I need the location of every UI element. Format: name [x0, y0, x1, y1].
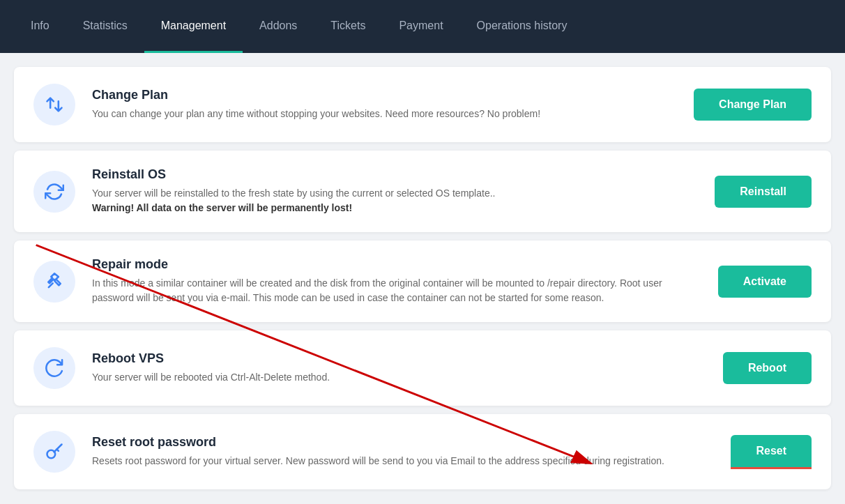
nav-bar: InfoStatisticsManagementAddonsTicketsPay…	[0, 0, 845, 53]
nav-tab-operations-history[interactable]: Operations history	[460, 0, 584, 53]
reboot-vps-action: Reboot	[723, 352, 812, 384]
repair-mode-description: In this mode a similar container will be…	[92, 276, 701, 305]
repair-mode-action: Activate	[718, 266, 812, 298]
reinstall-os-button[interactable]: Reinstall	[715, 176, 812, 208]
repair-mode-icon	[33, 261, 75, 303]
nav-tab-addons[interactable]: Addons	[243, 0, 314, 53]
reinstall-os-icon	[33, 171, 75, 213]
repair-mode-button[interactable]: Activate	[718, 266, 812, 298]
change-plan-button[interactable]: Change Plan	[694, 89, 812, 121]
card-repair-mode: Repair modeIn this mode a similar contai…	[14, 240, 831, 322]
change-plan-action: Change Plan	[694, 89, 812, 121]
card-reboot-vps: Reboot VPSYour server will be rebooted v…	[14, 330, 831, 406]
repair-mode-body: Repair modeIn this mode a similar contai…	[92, 257, 701, 305]
reset-root-password-button[interactable]: Reset	[731, 435, 812, 469]
nav-tab-info[interactable]: Info	[14, 0, 66, 53]
reinstall-os-title: Reinstall OS	[92, 167, 698, 182]
reinstall-os-description: Your server will be reinstalled to the f…	[92, 186, 698, 215]
change-plan-description: You can change your plan any time withou…	[92, 107, 677, 121]
nav-tab-payment[interactable]: Payment	[382, 0, 459, 53]
reinstall-os-action: Reinstall	[715, 176, 812, 208]
change-plan-title: Change Plan	[92, 88, 677, 102]
reinstall-os-body: Reinstall OSYour server will be reinstal…	[92, 167, 698, 215]
reset-root-password-title: Reset root password	[92, 435, 714, 450]
reset-root-password-body: Reset root passwordResets root password …	[92, 435, 714, 468]
card-reinstall-os: Reinstall OSYour server will be reinstal…	[14, 151, 831, 232]
repair-mode-title: Repair mode	[92, 257, 701, 272]
reboot-vps-button[interactable]: Reboot	[723, 352, 812, 384]
warning-text: Warning! All data on the server will be …	[92, 202, 352, 213]
change-plan-body: Change PlanYou can change your plan any …	[92, 88, 677, 121]
reset-root-password-action: Reset	[731, 435, 812, 469]
reboot-vps-description: Your server will be rebooted via Ctrl-Al…	[92, 370, 706, 385]
reboot-vps-body: Reboot VPSYour server will be rebooted v…	[92, 351, 706, 385]
reboot-vps-icon	[33, 347, 75, 389]
nav-tab-management[interactable]: Management	[144, 0, 243, 53]
main-content: Change PlanYou can change your plan any …	[0, 53, 845, 503]
reset-root-password-description: Resets root password for your virtual se…	[92, 454, 714, 468]
reboot-vps-title: Reboot VPS	[92, 351, 706, 366]
card-reset-root-password: Reset root passwordResets root password …	[14, 414, 831, 489]
card-change-plan: Change PlanYou can change your plan any …	[14, 67, 831, 142]
reset-root-password-icon	[33, 431, 75, 473]
nav-tab-tickets[interactable]: Tickets	[314, 0, 382, 53]
change-plan-icon	[33, 84, 75, 125]
nav-tab-statistics[interactable]: Statistics	[66, 0, 144, 53]
